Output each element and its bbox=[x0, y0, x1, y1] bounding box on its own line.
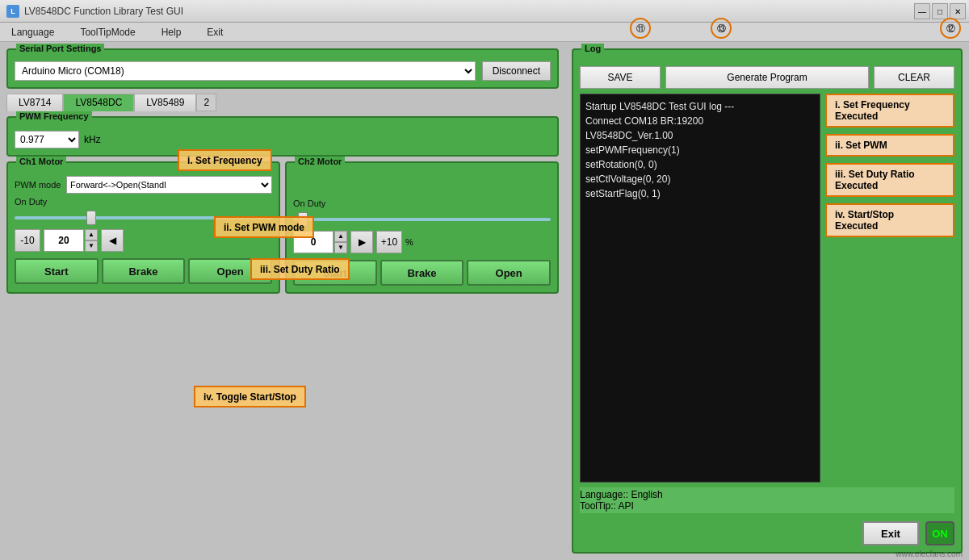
ch1-minus-btn[interactable]: -10 bbox=[15, 229, 40, 252]
ch2-motor-label: Ch2 Motor bbox=[295, 157, 345, 166]
ch1-duty-slider[interactable] bbox=[15, 210, 272, 226]
log-line-2: Connect COM18 BR:19200 bbox=[585, 114, 815, 128]
ch1-spin-down[interactable]: ▼ bbox=[85, 240, 98, 252]
language-status: Language:: English bbox=[580, 489, 954, 500]
log-group: Log SAVE Generate Program CLEAR Startup … bbox=[572, 48, 963, 554]
app-icon: L bbox=[6, 5, 19, 18]
tooltip-status: ToolTip:: API bbox=[580, 500, 954, 512]
close-btn[interactable]: ✕ bbox=[950, 3, 966, 19]
freq-select[interactable]: 0.977 bbox=[15, 131, 79, 148]
ch2-motor-group: Ch2 Motor On Duty 0 bbox=[285, 161, 559, 294]
log-display: Startup LV8548DC Test GUI log --- Connec… bbox=[580, 94, 820, 483]
ch2-slider-track bbox=[293, 218, 551, 221]
annotation-start-stop-exec-text: iv. Start/Stop Executed bbox=[835, 209, 945, 232]
annotation-set-duty-exec: iii. Set Duty Ratio Executed bbox=[825, 163, 954, 197]
window-controls: — □ ✕ bbox=[914, 3, 966, 19]
status-bar: Language:: English ToolTip:: API bbox=[580, 487, 954, 513]
circle-12: ⑫ bbox=[940, 18, 961, 39]
menu-bar: Language ToolTipMode Help Exit bbox=[0, 23, 969, 42]
generate-btn[interactable]: Generate Program bbox=[665, 66, 869, 89]
serial-port-group: Serial Port Settings Arduino Micro (COM1… bbox=[6, 48, 559, 89]
ch1-on-duty-label: On Duty bbox=[15, 197, 63, 207]
save-btn[interactable]: SAVE bbox=[580, 66, 661, 89]
ch1-left-play-btn[interactable]: ◀ bbox=[101, 229, 124, 252]
watermark: www.elecfans.com bbox=[896, 550, 963, 558]
window-title: LV8548DC Function Library Test GUI bbox=[24, 6, 183, 17]
minimize-btn[interactable]: — bbox=[914, 3, 930, 19]
ch1-start-btn[interactable]: Start bbox=[15, 258, 99, 284]
ch2-slider-thumb[interactable] bbox=[298, 212, 308, 227]
annotation-set-duty-exec-text: iii. Set Duty Ratio Executed bbox=[835, 169, 945, 191]
ch2-start-btn[interactable]: Start bbox=[293, 260, 377, 286]
ch2-right-play-btn[interactable]: ▶ bbox=[350, 231, 373, 253]
log-line-3: LV8548DC_Ver.1.00 bbox=[585, 128, 815, 143]
ch2-duty-slider[interactable] bbox=[293, 211, 551, 228]
ch1-btn-row: -10 20 ▲ ▼ ◀ bbox=[15, 229, 272, 252]
disconnect-btn[interactable]: Disconnect bbox=[482, 61, 551, 81]
freq-unit: kHz bbox=[84, 134, 101, 145]
tab-lv85489[interactable]: LV85489 bbox=[134, 94, 196, 111]
tab-lv8548dc[interactable]: LV8548DC bbox=[63, 94, 134, 111]
exit-row: Exit ON bbox=[580, 521, 954, 545]
ch1-spinbox[interactable]: ▲ ▼ bbox=[85, 229, 98, 252]
ch2-brake-btn[interactable]: Brake bbox=[380, 260, 464, 286]
ch1-slider-track bbox=[15, 216, 272, 219]
annotation-start-stop-exec: iv. Start/Stop Executed bbox=[825, 203, 954, 237]
ch2-open-btn[interactable]: Open bbox=[467, 260, 551, 286]
annotation-set-pwm-exec: ii. Set PWM bbox=[825, 134, 954, 157]
ch1-pwm-mode-select[interactable]: Forward<->Open(Standl bbox=[66, 176, 272, 194]
ch2-spin-up[interactable]: ▲ bbox=[334, 231, 347, 242]
clear-btn[interactable]: CLEAR bbox=[874, 66, 954, 89]
ch1-pwm-mode-label: PWM mode bbox=[15, 180, 63, 190]
log-label: Log bbox=[581, 44, 604, 53]
annotation-set-pwm-exec-text: ii. Set PWM bbox=[835, 140, 945, 151]
ch2-spinbox[interactable]: ▲ ▼ bbox=[334, 231, 347, 253]
log-annotations: i. Set Frequency Executed ii. Set PWM ii… bbox=[825, 94, 954, 483]
log-line-1: Startup LV8548DC Test GUI log --- bbox=[585, 99, 815, 114]
menu-tooltip-mode[interactable]: ToolTipMode bbox=[75, 25, 140, 40]
ch2-spin-down[interactable]: ▼ bbox=[334, 242, 347, 253]
tabs-row: LV8714 LV8548DC LV85489 2 bbox=[6, 94, 559, 111]
annotation-set-freq-exec: i. Set Frequency Executed bbox=[825, 94, 954, 127]
left-panel: Serial Port Settings Arduino Micro (COM1… bbox=[0, 42, 565, 560]
menu-language[interactable]: Language bbox=[6, 25, 59, 40]
ch1-spin-up[interactable]: ▲ bbox=[85, 229, 98, 240]
port-select[interactable]: Arduino Micro (COM18) bbox=[15, 61, 476, 81]
tab-more[interactable]: 2 bbox=[196, 94, 216, 111]
serial-port-label: Serial Port Settings bbox=[16, 44, 104, 53]
circle-11: ⑪ bbox=[630, 18, 651, 39]
menu-help[interactable]: Help bbox=[157, 25, 187, 40]
maximize-btn[interactable]: □ bbox=[932, 3, 948, 19]
log-line-4: setPWMFrequency(1) bbox=[585, 143, 815, 157]
annotation-set-freq-exec-text: i. Set Frequency Executed bbox=[835, 99, 945, 122]
ch2-percent: % bbox=[405, 237, 413, 247]
tab-lv8714[interactable]: LV8714 bbox=[6, 94, 63, 111]
on-badge: ON bbox=[925, 521, 954, 545]
ch2-value-display: 0 bbox=[293, 231, 333, 253]
motors-row: Ch1 Motor PWM mode Forward<->Open(Standl… bbox=[6, 161, 559, 294]
ch1-motor-group: Ch1 Motor PWM mode Forward<->Open(Standl… bbox=[6, 161, 280, 294]
ch2-plus-btn[interactable]: +10 bbox=[376, 231, 402, 253]
log-line-7: setStartFlag(0, 1) bbox=[585, 186, 815, 201]
circle-13: ⑬ bbox=[711, 18, 732, 39]
ch1-open-btn[interactable]: Open bbox=[188, 258, 272, 284]
log-line-5: setRotation(0, 0) bbox=[585, 157, 815, 172]
ch1-value-display: 20 bbox=[44, 229, 84, 252]
log-line-6: setCtlVoltage(0, 20) bbox=[585, 172, 815, 186]
right-panel: ⑪ ⑬ ⑫ Log SAVE Generate Program CLEAR bbox=[565, 42, 969, 560]
pwm-freq-label: PWM Frequency bbox=[16, 111, 92, 121]
ch1-brake-btn[interactable]: Brake bbox=[102, 258, 186, 284]
ch1-slider-thumb[interactable] bbox=[86, 211, 96, 225]
ch1-motor-label: Ch1 Motor bbox=[16, 157, 66, 166]
menu-exit[interactable]: Exit bbox=[202, 25, 228, 40]
title-bar: L LV8548DC Function Library Test GUI — □… bbox=[0, 0, 969, 23]
pwm-freq-group: PWM Frequency 0.977 kHz bbox=[6, 116, 559, 157]
ch2-on-duty-label: On Duty bbox=[293, 199, 342, 208]
ch2-btn-row: 0 ▲ ▼ ▶ +10 % bbox=[293, 231, 551, 253]
exit-btn[interactable]: Exit bbox=[862, 521, 919, 545]
log-header: SAVE Generate Program CLEAR bbox=[580, 66, 954, 89]
